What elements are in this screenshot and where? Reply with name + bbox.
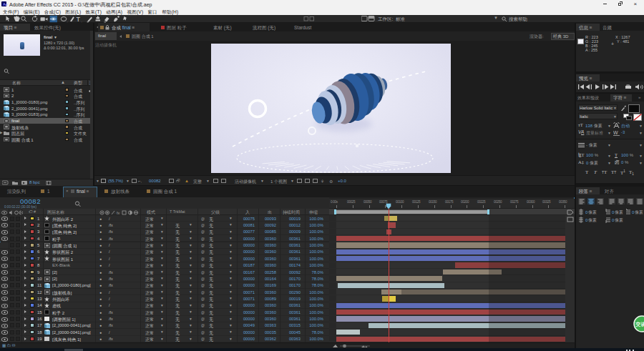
svg-text:像素: 像素 (615, 218, 623, 222)
svg-text:W: W (613, 130, 618, 135)
svg-text:T: T (77, 16, 81, 23)
svg-text:像素: 像素 (588, 218, 597, 222)
svg-text:像素: 像素 (588, 210, 597, 214)
svg-text:fx: fx (117, 211, 120, 215)
svg-text:像素: 像素 (635, 210, 643, 214)
svg-text:交谈: 交谈 (635, 321, 644, 327)
svg-text:像素: 像素 (615, 210, 623, 214)
